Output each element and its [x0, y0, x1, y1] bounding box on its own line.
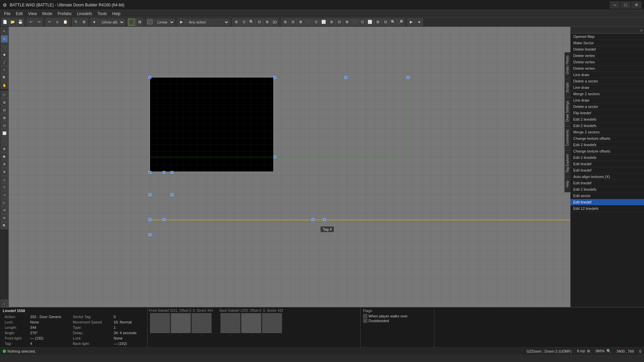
- tool-t16[interactable]: ⟲: [1, 206, 8, 214]
- snap-button[interactable]: ⊞: [80, 18, 88, 26]
- misc13-btn[interactable]: ⊞: [374, 18, 381, 26]
- tool-sector[interactable]: ⬛: [1, 43, 8, 50]
- vertex-5[interactable]: [163, 171, 165, 174]
- tab-draw-settings[interactable]: Draw Settings: [565, 98, 571, 126]
- grid-btn[interactable]: ⊞: [232, 18, 240, 26]
- undo-button[interactable]: ↩: [27, 18, 35, 26]
- play-button[interactable]: ▶: [178, 18, 185, 26]
- undo-item-13[interactable]: Edit 2 linedefs: [571, 116, 644, 123]
- zoom-in-btn[interactable]: 🔍: [248, 18, 255, 26]
- tool-t3[interactable]: ⊟: [1, 106, 8, 114]
- undo-item-2[interactable]: Delete linedef: [571, 46, 644, 53]
- tool-pointer[interactable]: ↖: [1, 27, 8, 35]
- undo-item-1[interactable]: Make Sector: [571, 40, 644, 46]
- tool-t5[interactable]: ⊡: [1, 122, 8, 129]
- undo-item-27[interactable]: Edit 12 linedefs: [571, 205, 644, 212]
- misc2-btn[interactable]: ⊟: [289, 18, 297, 26]
- vertex-4[interactable]: [149, 171, 151, 174]
- vertex-6[interactable]: [171, 171, 173, 174]
- minimize-button[interactable]: ─: [610, 1, 620, 9]
- tool-t6[interactable]: ⬜: [1, 129, 8, 137]
- misc8-btn[interactable]: ⊟: [335, 18, 343, 26]
- tool-bottom1[interactable]: ↕: [1, 300, 8, 307]
- tool-linedef[interactable]: ╱: [1, 58, 8, 66]
- front-texture-lower[interactable]: [192, 313, 212, 333]
- front-texture-upper[interactable]: [150, 313, 170, 333]
- tool-pan[interactable]: ✋: [1, 81, 8, 89]
- misc7-btn[interactable]: ⊞: [328, 18, 335, 26]
- undo-item-11[interactable]: Delete a sector: [571, 104, 644, 110]
- front-texture-mid[interactable]: [171, 313, 191, 333]
- vertex-14[interactable]: [344, 76, 347, 79]
- 3d-btn[interactable]: 3D: [271, 18, 278, 26]
- copy-button[interactable]: ⎘: [54, 18, 61, 26]
- flag-walks-over-checkbox[interactable]: ✓: [363, 314, 367, 318]
- tool-t10[interactable]: ⊕: [1, 160, 8, 168]
- vertex-12[interactable]: [323, 218, 326, 221]
- tool-t2[interactable]: ⊞: [1, 99, 8, 106]
- zoom-out-btn[interactable]: ⊟: [256, 18, 263, 26]
- undo-item-23[interactable]: Edit linedef: [571, 180, 644, 186]
- tool-t1[interactable]: ⬡: [1, 91, 8, 98]
- undo-item-25[interactable]: Edit sector: [571, 193, 644, 199]
- tab-tag-explorer[interactable]: Tag Explorer: [565, 150, 571, 177]
- undo-item-7[interactable]: Delete a sector: [571, 78, 644, 84]
- misc12-btn[interactable]: ⬜: [366, 18, 374, 26]
- tool-t17[interactable]: ⟳: [1, 214, 8, 222]
- undo-item-4[interactable]: Delete vertex: [571, 59, 644, 65]
- undo-item-16[interactable]: Change texture offsets: [571, 135, 644, 142]
- cut-button[interactable]: ✂: [46, 18, 53, 26]
- misc9-btn[interactable]: ⊠: [343, 18, 351, 26]
- draw-button[interactable]: ✎: [72, 18, 79, 26]
- tool-search[interactable]: 🔍: [1, 222, 8, 229]
- menu-mode[interactable]: Mode: [40, 11, 55, 17]
- vertex-7[interactable]: [171, 193, 173, 196]
- undo-item-10[interactable]: Line draw: [571, 97, 644, 104]
- run-arrow-btn[interactable]: ▼: [416, 18, 423, 26]
- tool-t13[interactable]: ▽: [1, 183, 8, 191]
- undo-panel-arrows[interactable]: »: [640, 27, 643, 33]
- tab-help[interactable]: Help: [565, 177, 571, 192]
- flag-doublesided-checkbox[interactable]: ✓: [363, 319, 367, 323]
- tool-t12[interactable]: △: [1, 176, 8, 183]
- vertex-10[interactable]: [163, 218, 165, 221]
- action-select[interactable]: Any action: [186, 19, 229, 25]
- close-button[interactable]: ✕: [631, 1, 641, 9]
- grid-dot-btn[interactable]: ⊡: [240, 18, 248, 26]
- misc16-btn[interactable]: 🔎: [397, 18, 405, 26]
- linear-select[interactable]: Linear: [154, 19, 175, 25]
- filter-button[interactable]: ▼: [91, 18, 98, 26]
- fit-btn[interactable]: ⊞: [263, 18, 271, 26]
- misc5-btn[interactable]: ⊡: [312, 18, 320, 26]
- undo-item-5[interactable]: Delete vertex: [571, 65, 644, 72]
- undo-item-3[interactable]: Delete vertex: [571, 53, 644, 59]
- undo-item-21[interactable]: Edit linedef: [571, 167, 644, 174]
- misc15-btn[interactable]: 🔍: [389, 18, 397, 26]
- vertex-9[interactable]: [149, 218, 151, 221]
- undo-item-24[interactable]: Edit 2 linedefs: [571, 186, 644, 193]
- tool-t7[interactable]: ⬛: [1, 137, 8, 144]
- tab-comments[interactable]: Comments: [565, 126, 571, 150]
- tab-scripts[interactable]: Scripts: [565, 79, 571, 98]
- tool-draw[interactable]: ✎: [1, 35, 8, 43]
- misc10-btn[interactable]: ⬛: [351, 18, 358, 26]
- back-texture-upper[interactable]: [220, 313, 240, 333]
- menu-file[interactable]: File: [1, 11, 13, 17]
- undo-item-6[interactable]: Line draw: [571, 72, 644, 78]
- menu-tools[interactable]: Tools: [95, 11, 110, 17]
- tool-t11[interactable]: ⊗: [1, 168, 8, 175]
- redo-button[interactable]: ↪: [35, 18, 43, 26]
- misc4-btn[interactable]: ⬛: [305, 18, 312, 26]
- menu-view[interactable]: View: [25, 11, 40, 17]
- tool-t4[interactable]: ⊠: [1, 114, 8, 121]
- run-btn[interactable]: ▶: [408, 18, 415, 26]
- undo-item-8[interactable]: Line draw: [571, 84, 644, 91]
- undo-item-20[interactable]: Edit linedef: [571, 161, 644, 167]
- vertex-8[interactable]: [149, 193, 151, 196]
- menu-help[interactable]: Help: [110, 11, 123, 17]
- undo-item-22[interactable]: Auto-align textures (X): [571, 174, 644, 180]
- undo-list[interactable]: Opened MapMake SectorDelete linedefDelet…: [571, 34, 644, 307]
- tab-undo-redo[interactable]: Undo / Redo: [565, 52, 571, 79]
- tool-t9[interactable]: ◉: [1, 153, 8, 160]
- tool-t14[interactable]: ◁: [1, 191, 8, 198]
